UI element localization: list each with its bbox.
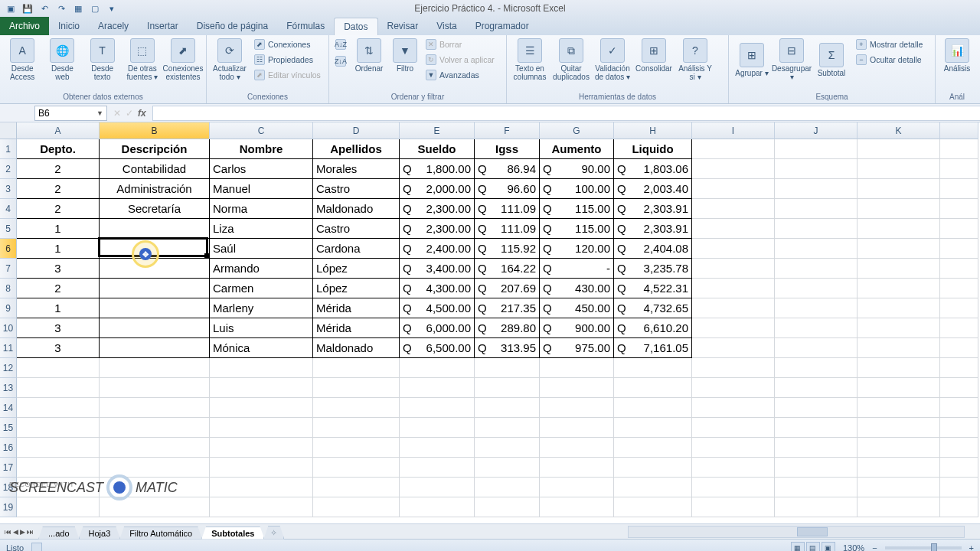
- row-header[interactable]: 16: [0, 438, 17, 458]
- cell[interactable]: Q6,500.00: [400, 338, 475, 358]
- column-header[interactable]: D: [313, 122, 400, 139]
- cell[interactable]: [100, 259, 210, 279]
- cell[interactable]: 3: [17, 338, 100, 358]
- show-detail-button[interactable]: +Mostrar detalle: [853, 37, 926, 52]
- cell[interactable]: Mérida: [313, 318, 400, 338]
- cell[interactable]: Armando: [210, 259, 313, 279]
- cell[interactable]: Q2,303.91: [614, 219, 692, 239]
- cell[interactable]: [692, 159, 775, 179]
- cell[interactable]: Q3,235.78: [614, 259, 692, 279]
- cell[interactable]: Secretaría: [100, 199, 210, 219]
- cell[interactable]: Manuel: [210, 179, 313, 199]
- cell[interactable]: [540, 358, 614, 378]
- cell[interactable]: [100, 418, 210, 438]
- row-header[interactable]: 5: [0, 219, 17, 239]
- cell[interactable]: Norma: [210, 199, 313, 219]
- save-icon[interactable]: 💾: [21, 2, 34, 15]
- reapply-button[interactable]: ↻Volver a aplicar: [423, 52, 498, 67]
- zoom-in-button[interactable]: +: [969, 543, 974, 552]
- new-sheet-button[interactable]: ✧: [263, 526, 284, 540]
- cell[interactable]: [100, 279, 210, 298]
- cell[interactable]: Q430.00: [540, 279, 614, 298]
- cell[interactable]: [540, 398, 614, 418]
- tab-inicio[interactable]: Inicio: [49, 18, 89, 35]
- cell[interactable]: Maldonado: [313, 199, 400, 219]
- cell[interactable]: [100, 239, 210, 259]
- sheet-nav[interactable]: ⏮ ◀ ▶ ⏭: [0, 528, 38, 536]
- first-sheet-icon[interactable]: ⏮: [5, 528, 11, 536]
- an-lisis-y-si--button[interactable]: ?Análisis Y si ▾: [675, 37, 715, 83]
- cell[interactable]: Q450.00: [540, 298, 614, 318]
- column-header[interactable]: K: [858, 122, 940, 139]
- column-header[interactable]: C: [210, 122, 313, 139]
- prev-sheet-icon[interactable]: ◀: [13, 528, 18, 536]
- cell[interactable]: Q86.94: [475, 159, 540, 179]
- horizontal-scrollbar[interactable]: [628, 526, 965, 538]
- column-header[interactable]: H: [614, 122, 692, 139]
- cell[interactable]: Saúl: [210, 239, 313, 259]
- cell[interactable]: [858, 338, 940, 358]
- cell[interactable]: [313, 378, 400, 398]
- cell[interactable]: [775, 179, 858, 199]
- connections-button[interactable]: ⬈Conexiones: [251, 37, 324, 52]
- cell[interactable]: [540, 478, 614, 497]
- cell[interactable]: Q100.00: [540, 179, 614, 199]
- column-header[interactable]: G: [540, 122, 614, 139]
- row-header[interactable]: 12: [0, 358, 17, 378]
- tab-vista[interactable]: Vista: [427, 18, 466, 35]
- cell[interactable]: [210, 418, 313, 438]
- cell[interactable]: [540, 438, 614, 458]
- cell[interactable]: [475, 458, 540, 478]
- cell[interactable]: Q115.00: [540, 219, 614, 239]
- validaci-n-de-datos--button[interactable]: ✓Validación de datos ▾: [593, 37, 632, 83]
- cell[interactable]: [614, 497, 692, 517]
- cell[interactable]: [692, 259, 775, 279]
- view-buttons[interactable]: ▦ ▤ ▣: [791, 542, 835, 552]
- cell[interactable]: [100, 358, 210, 378]
- cell[interactable]: 2: [17, 279, 100, 298]
- page-break-icon[interactable]: ▣: [822, 542, 835, 552]
- last-sheet-icon[interactable]: ⏭: [27, 528, 34, 536]
- redo-icon[interactable]: ↷: [55, 2, 67, 15]
- cell[interactable]: Aumento: [540, 139, 614, 159]
- sheet-tab[interactable]: ...ado: [38, 527, 80, 540]
- cell[interactable]: Liquido: [614, 139, 692, 159]
- normal-view-icon[interactable]: ▦: [791, 542, 805, 552]
- cell[interactable]: Q2,000.00: [400, 179, 475, 199]
- cell[interactable]: [692, 179, 775, 199]
- cell[interactable]: [940, 159, 978, 179]
- cell[interactable]: [858, 279, 940, 298]
- cell[interactable]: [775, 298, 858, 318]
- cell[interactable]: [692, 497, 775, 517]
- column-header[interactable]: F: [475, 122, 540, 139]
- cell[interactable]: Descripción: [100, 139, 210, 159]
- cell[interactable]: [540, 458, 614, 478]
- cell[interactable]: 2: [17, 159, 100, 179]
- cell[interactable]: Q207.69: [475, 279, 540, 298]
- desagrupar--button[interactable]: ⊟Desagrupar ▾: [772, 37, 812, 83]
- cell[interactable]: Q900.00: [540, 318, 614, 338]
- cell[interactable]: Castro: [313, 219, 400, 239]
- tab-file[interactable]: Archivo: [0, 17, 49, 35]
- cell[interactable]: [775, 219, 858, 239]
- cell[interactable]: [313, 398, 400, 418]
- cell[interactable]: Igss: [475, 139, 540, 159]
- cell[interactable]: [540, 497, 614, 517]
- sheet-tab[interactable]: Subtotales: [201, 527, 264, 540]
- cell[interactable]: [100, 219, 210, 239]
- cell[interactable]: [100, 318, 210, 338]
- cell[interactable]: [775, 497, 858, 517]
- cell[interactable]: [940, 358, 978, 378]
- column-headers[interactable]: ABCDEFGHIJK: [17, 122, 978, 139]
- cell[interactable]: Q1,800.00: [400, 159, 475, 179]
- cell[interactable]: 3: [17, 318, 100, 338]
- cell[interactable]: [100, 298, 210, 318]
- cell[interactable]: [313, 418, 400, 438]
- cell[interactable]: [475, 497, 540, 517]
- tab-aracely[interactable]: Aracely: [89, 18, 138, 35]
- macro-record-icon[interactable]: [31, 543, 42, 552]
- cell[interactable]: [614, 478, 692, 497]
- cell[interactable]: [17, 438, 100, 458]
- cell[interactable]: [313, 497, 400, 517]
- cell[interactable]: [17, 358, 100, 378]
